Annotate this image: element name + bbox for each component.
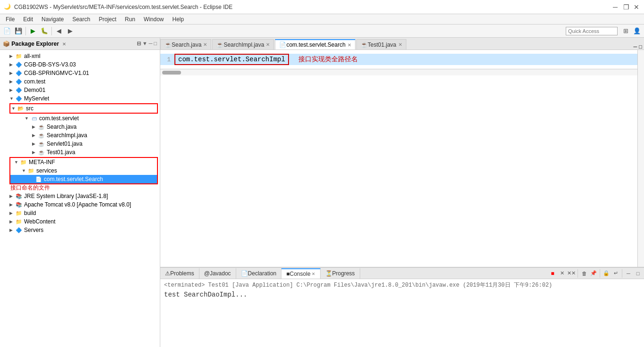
console-stop-button[interactable]: ■ bbox=[548, 269, 557, 278]
tree-item-test01-java[interactable]: ▶ ☕ Test01.java bbox=[0, 148, 160, 157]
tree-item-cgb-db[interactable]: ▶ 🔷 CGB-DB-SYS-V3.03 bbox=[0, 60, 160, 69]
editor-scrollbar-vertical[interactable] bbox=[637, 50, 644, 267]
save-button[interactable]: 💾 bbox=[13, 26, 24, 36]
tree-item-search-java[interactable]: ▶ ☕ Search.java bbox=[0, 123, 160, 131]
tab-declaration[interactable]: 📄 Declaration bbox=[236, 268, 282, 279]
next-button[interactable]: ▶ bbox=[65, 26, 75, 36]
tab-problems[interactable]: ⚠ Problems bbox=[160, 268, 199, 279]
run-button[interactable]: ▶ bbox=[28, 26, 38, 36]
tab-console[interactable]: ■ Console ✕ bbox=[281, 268, 320, 279]
tree-item-all-xml[interactable]: ▶ 📁 all-xml bbox=[0, 52, 160, 60]
tab-close-searchimpl-java[interactable]: ✕ bbox=[266, 42, 270, 47]
window-controls: ─ ❐ ✕ bbox=[613, 4, 640, 10]
menu-navigate[interactable]: Navigate bbox=[38, 15, 67, 24]
arrow-cgb-spring: ▶ bbox=[9, 71, 15, 75]
console-scroll-lock[interactable]: 🔒 bbox=[602, 269, 611, 278]
menu-project[interactable]: Project bbox=[95, 15, 120, 24]
tab-searchimpl-java[interactable]: ☕ SearchImpl.java ✕ bbox=[212, 39, 274, 50]
tree-item-services[interactable]: ▼ 📁 services bbox=[10, 166, 157, 175]
tab-test01-java[interactable]: ☕ Test01.java ✕ bbox=[356, 39, 406, 50]
tab-com-test-servlet-search[interactable]: 📄 com.test.servlet.Search ✕ bbox=[275, 39, 355, 50]
problems-icon: ⚠ bbox=[165, 270, 170, 277]
menu-search[interactable]: Search bbox=[68, 15, 94, 24]
avatar-button[interactable]: 👤 bbox=[632, 26, 642, 36]
tab-progress[interactable]: ⏳ Progress bbox=[321, 268, 360, 279]
folder-icon-all-xml: 📁 bbox=[15, 52, 23, 60]
restore-button[interactable]: ❐ bbox=[623, 4, 630, 10]
label-services: services bbox=[36, 167, 57, 174]
editor-area: 1 com.test.servlet.SearchImpl 接口实现类全路径名 bbox=[160, 50, 644, 267]
pe-maximize-icon[interactable]: □ bbox=[154, 41, 157, 47]
annotation-meta-text: 接口命名的文件 bbox=[10, 184, 50, 192]
meta-inf-section: ▼ 📁 META-INF ▼ 📁 services 📄 com.te bbox=[0, 157, 160, 185]
tab-label-com-test-servlet-search: com.test.servlet.Search bbox=[286, 41, 345, 48]
tree-item-myservlet[interactable]: ▼ 🔷 MyServlet bbox=[0, 94, 160, 103]
menu-help[interactable]: Help bbox=[169, 15, 188, 24]
tree-item-meta-inf[interactable]: ▼ 📁 META-INF bbox=[10, 158, 157, 166]
line-number-1: 1 bbox=[160, 56, 174, 63]
package-explorer-title: 📦 Package Explorer ✕ bbox=[3, 41, 137, 47]
tree-item-servlet01-java[interactable]: ▶ ☕ Servlet01.java bbox=[0, 140, 160, 148]
tree-item-searchimpl-java[interactable]: ▶ ☕ SearchImpl.java bbox=[0, 131, 160, 140]
console-double-terminate-button[interactable]: ✕✕ bbox=[567, 269, 576, 278]
pe-close-x[interactable]: ✕ bbox=[62, 41, 66, 47]
progress-icon: ⏳ bbox=[325, 270, 332, 277]
console-icon: ■ bbox=[286, 271, 289, 277]
tree-item-com-test[interactable]: ▶ 🔷 com.test bbox=[0, 77, 160, 86]
titlebar: 🌙 CGB1902WS - MyServlet/src/META-INF/ser… bbox=[0, 0, 644, 14]
editor-scrollbar-horizontal[interactable] bbox=[160, 69, 644, 75]
tree-item-jre[interactable]: ▶ 📚 JRE System Library [JavaSE-1.8] bbox=[0, 192, 160, 200]
java-icon-searchimpl: ☕ bbox=[38, 132, 45, 139]
tree-item-demo01[interactable]: ▶ 🔷 Demo01 bbox=[0, 86, 160, 94]
editor-tab-maximize[interactable]: □ bbox=[639, 44, 642, 50]
tab-close-search-java[interactable]: ✕ bbox=[203, 42, 207, 47]
quick-access-input[interactable] bbox=[566, 27, 618, 35]
tree-item-webcontent[interactable]: ▶ 📁 WebContent bbox=[0, 217, 160, 226]
arrow-src: ▼ bbox=[11, 106, 17, 111]
menu-edit[interactable]: Edit bbox=[19, 15, 37, 24]
tree-item-servers[interactable]: ▶ 🔷 Servers bbox=[0, 226, 160, 234]
arrow-demo01: ▶ bbox=[9, 88, 15, 92]
debug-button[interactable]: 🐛 bbox=[39, 26, 50, 36]
editor-tab-minimize[interactable]: ─ bbox=[634, 44, 637, 50]
bottom-toolbar: ■ ✕ ✕✕ 🗑 📌 🔒 ↵ ─ □ bbox=[546, 269, 644, 278]
pe-minimize-icon[interactable]: ─ bbox=[149, 41, 153, 47]
tab-javadoc[interactable]: @ Javadoc bbox=[199, 268, 236, 279]
declaration-icon: 📄 bbox=[241, 270, 248, 277]
menu-window[interactable]: Window bbox=[140, 15, 168, 24]
close-button[interactable]: ✕ bbox=[634, 4, 640, 10]
tab-close-com-test-servlet-search[interactable]: ✕ bbox=[347, 42, 351, 48]
menubar: File Edit Navigate Search Project Run Wi… bbox=[0, 14, 644, 25]
pe-menu-icon[interactable]: ▼ bbox=[142, 41, 148, 47]
perspectives-button[interactable]: ⊞ bbox=[620, 26, 631, 36]
pe-header-icons: ⊟ ▼ ─ □ bbox=[137, 41, 157, 47]
jar-icon-tomcat: 📚 bbox=[15, 201, 23, 208]
console-word-wrap[interactable]: ↵ bbox=[611, 269, 620, 278]
problems-label: Problems bbox=[170, 270, 194, 277]
tree-item-src[interactable]: ▼ 📂 src bbox=[9, 103, 158, 114]
project-icon-cgb-db: 🔷 bbox=[15, 61, 23, 68]
prev-button[interactable]: ◀ bbox=[54, 26, 64, 36]
console-pin-button[interactable]: 📌 bbox=[589, 269, 598, 278]
new-button[interactable]: 📄 bbox=[2, 26, 12, 36]
bottom-maximize[interactable]: □ bbox=[634, 269, 642, 278]
editor-annotation: 接口实现类全路径名 bbox=[298, 55, 358, 64]
console-x[interactable]: ✕ bbox=[312, 272, 315, 276]
annotation-meta-container: 接口命名的文件 bbox=[10, 184, 160, 192]
console-terminate-button[interactable]: ✕ bbox=[558, 269, 566, 278]
tree-item-com-test-servlet[interactable]: ▼ 🗃 com.test.servlet bbox=[0, 114, 160, 123]
tab-close-test01-java[interactable]: ✕ bbox=[398, 42, 402, 47]
tree-item-cgb-spring[interactable]: ▶ 🔷 CGB-SPRINGMVC-V1.01 bbox=[0, 69, 160, 77]
bottom-minimize[interactable]: ─ bbox=[624, 269, 633, 278]
minimize-button[interactable]: ─ bbox=[613, 4, 619, 10]
arrow-com-test-servlet: ▼ bbox=[25, 116, 30, 121]
console-clear-button[interactable]: 🗑 bbox=[580, 269, 588, 278]
tree-item-com-test-servlet-search[interactable]: 📄 com.test.servlet.Search bbox=[10, 175, 157, 183]
menu-run[interactable]: Run bbox=[121, 15, 139, 24]
pe-collapse-icon[interactable]: ⊟ bbox=[137, 41, 141, 47]
tree-item-tomcat[interactable]: ▶ 📚 Apache Tomcat v8.0 [Apache Tomcat v8… bbox=[0, 200, 160, 209]
tab-search-java[interactable]: ☕ Search.java ✕ bbox=[160, 39, 211, 50]
menu-file[interactable]: File bbox=[2, 15, 18, 24]
tree-item-build[interactable]: ▶ 📁 build bbox=[0, 209, 160, 217]
console-area: <terminated> Test01 [Java Application] C… bbox=[160, 279, 644, 347]
